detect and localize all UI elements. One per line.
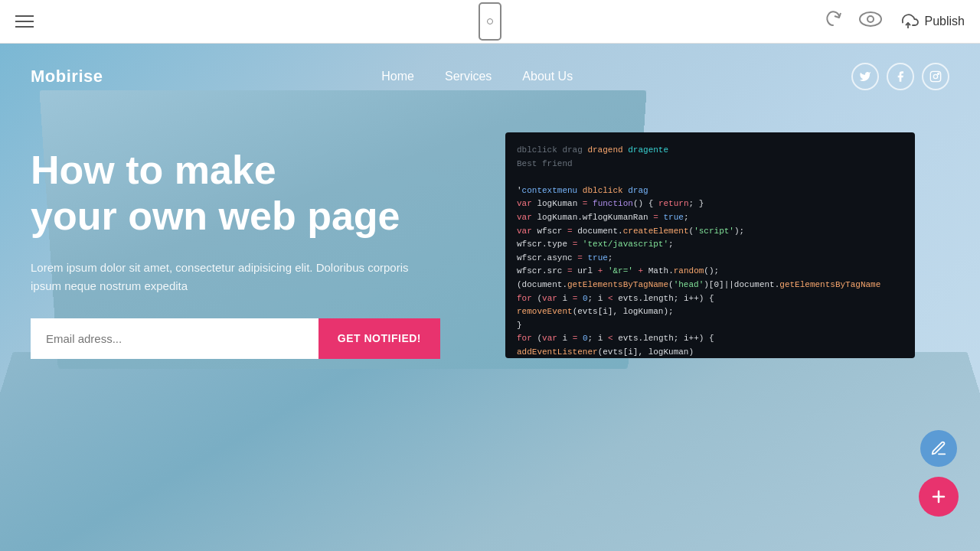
hero-title: How to make your own web page [31, 148, 490, 240]
publish-label: Publish [925, 15, 965, 28]
notify-button[interactable]: GET NOTIFIED! [318, 318, 440, 359]
edit-fab-button[interactable] [920, 430, 957, 467]
site-nav-links: Home Services About Us [381, 70, 573, 83]
svg-point-4 [933, 74, 937, 78]
hamburger-menu-icon[interactable] [15, 15, 34, 28]
mobile-preview-icon[interactable] [479, 2, 501, 41]
social-icons [851, 63, 949, 90]
laptop-keyboard-decor [0, 352, 980, 551]
svg-point-0 [860, 12, 881, 26]
site-logo: Mobirise [31, 67, 103, 86]
toolbar-center [479, 2, 501, 41]
toolbar-left [15, 15, 34, 28]
undo-icon[interactable] [822, 8, 844, 34]
nav-about[interactable]: About Us [522, 70, 573, 83]
site-navbar: Mobirise Home Services About Us [0, 44, 980, 109]
hero-content: How to make your own web page Lorem ipsu… [0, 109, 980, 359]
code-screenshot: dblclick drag dragend dragente Best frie… [505, 132, 915, 358]
facebook-icon[interactable] [887, 63, 914, 90]
upload-cloud-icon [897, 11, 919, 32]
email-form: GET NOTIFIED! [31, 318, 440, 359]
nav-services[interactable]: Services [445, 70, 492, 83]
code-content: dblclick drag dragend dragente Best frie… [505, 132, 915, 358]
toolbar-right: Publish [822, 8, 965, 34]
instagram-icon[interactable] [922, 63, 949, 90]
email-input[interactable] [31, 318, 318, 359]
hero-subtitle: Lorem ipsum dolor sit amet, consectetur … [31, 259, 429, 295]
toolbar: Publish [0, 0, 980, 44]
website-preview: Mobirise Home Services About Us [0, 44, 980, 551]
publish-button[interactable]: Publish [897, 11, 965, 32]
add-fab-button[interactable] [919, 477, 959, 517]
hero-text: How to make your own web page Lorem ipsu… [31, 132, 490, 359]
svg-point-5 [938, 73, 939, 74]
svg-point-1 [867, 16, 874, 22]
nav-home[interactable]: Home [381, 70, 414, 83]
preview-icon[interactable] [859, 11, 882, 32]
twitter-icon[interactable] [851, 63, 879, 90]
